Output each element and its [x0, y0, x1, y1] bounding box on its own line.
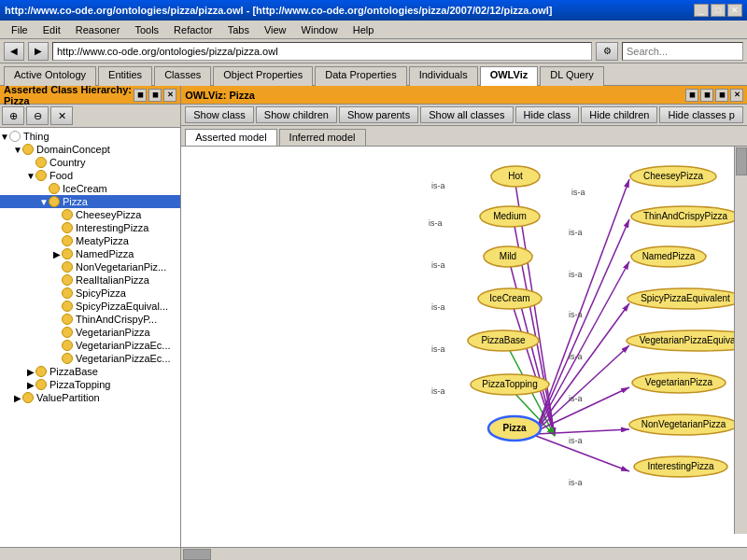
svg-line-16: [536, 219, 629, 431]
viz-btn-hide-children[interactable]: Hide children: [581, 106, 657, 123]
tree-toggle-thing[interactable]: ▼: [0, 132, 9, 142]
graph-hscroll[interactable]: [181, 547, 747, 560]
menu-item-view[interactable]: View: [257, 23, 294, 36]
tree-icon-nonvegetarianpizza: [62, 261, 73, 273]
bottom-scrollbar[interactable]: [0, 547, 180, 560]
tree-item-spicypizza[interactable]: SpicyPizza: [0, 287, 180, 300]
main-tab-individuals[interactable]: Individuals: [409, 66, 478, 86]
tree-item-domainconcept[interactable]: ▼DomainConcept: [0, 143, 180, 156]
svg-text:PizzaBase: PizzaBase: [482, 335, 527, 345]
menu-item-edit[interactable]: Edit: [35, 23, 68, 36]
svg-text:is-a: is-a: [569, 352, 583, 361]
viz-toolbar: Show classShow childrenShow parentsShow …: [181, 105, 747, 126]
viz-btn-show-parents[interactable]: Show parents: [339, 106, 418, 123]
close-button[interactable]: ✕: [727, 4, 742, 17]
tree-item-thing[interactable]: ▼Thing: [0, 130, 180, 143]
tree-icon-realitalianpizza: [62, 274, 73, 286]
main-tab-dl-query[interactable]: DL Query: [540, 66, 604, 86]
tree-icon-food: [35, 170, 47, 181]
menu-item-file[interactable]: File: [4, 23, 35, 36]
tree-toggle-namedpizza[interactable]: ▶: [52, 249, 62, 259]
tree-item-vegetarianpizza[interactable]: VegetarianPizza: [0, 326, 180, 339]
minimize-button[interactable]: _: [694, 4, 709, 17]
main-tab-object-properties[interactable]: Object Properties: [213, 66, 313, 86]
tree-item-spicypizzaequiv[interactable]: SpicyPizzaEquival...: [0, 300, 180, 313]
maximize-button[interactable]: □: [711, 4, 726, 17]
tree-item-realitalianpizza[interactable]: RealItalianPizza: [0, 273, 180, 287]
tree-toggle-pizza[interactable]: ▼: [39, 197, 49, 207]
menu-item-tabs[interactable]: Tabs: [220, 23, 257, 36]
panel-icon-2[interactable]: ◼: [148, 89, 162, 102]
svg-text:ThinAndCrispyPizza: ThinAndCrispyPizza: [643, 211, 727, 221]
forward-button[interactable]: ▶: [28, 42, 49, 61]
tree-label-nonvegetarianpizza: NonVegetarianPiz...: [76, 261, 166, 273]
left-panel: Asserted Class Hierarchy: Pizza ◼ ◼ ✕ ⊕ …: [0, 86, 181, 560]
tree-icon-spicypizza: [62, 287, 73, 299]
tree-item-namedpizza[interactable]: ▶NamedPizza: [0, 247, 180, 260]
tree-item-food[interactable]: ▼Food: [0, 169, 180, 182]
viz-btn-hide-class[interactable]: Hide class: [515, 106, 580, 123]
svg-text:SpicyPizzaEquivalent: SpicyPizzaEquivalent: [641, 293, 730, 303]
tree-item-nonvegetarianpizza[interactable]: NonVegetarianPiz...: [0, 260, 180, 273]
tree-label-thing: Thing: [23, 131, 49, 142]
panel-icon-3[interactable]: ✕: [163, 89, 176, 102]
viz-btn-show-class[interactable]: Show class: [185, 106, 254, 123]
toolbar-btn-1[interactable]: ⊕: [2, 106, 24, 125]
graph-vscroll[interactable]: [734, 147, 747, 534]
tree-toggle-pizzatopping[interactable]: ▶: [26, 380, 35, 390]
menu-item-window[interactable]: Window: [294, 23, 345, 36]
tree-toggle-food[interactable]: ▼: [26, 171, 35, 181]
tree-item-pizza[interactable]: ▼Pizza: [0, 195, 180, 208]
tree-icon-pizzabase: [35, 366, 47, 377]
tree-item-pizzatopping[interactable]: ▶PizzaTopping: [0, 378, 180, 391]
tree-item-vegetarianpizzaec2[interactable]: VegetarianPizzaEc...: [0, 352, 180, 365]
window-title: http://www.co-ode.org/ontologies/pizza/p…: [5, 5, 553, 16]
svg-text:is-a: is-a: [569, 270, 583, 279]
toolbar-btn-2[interactable]: ⊖: [26, 106, 49, 125]
main-tab-owlviz[interactable]: OWLViz: [480, 66, 539, 86]
menu-item-reasoner[interactable]: Reasoner: [68, 23, 128, 36]
main-tab-classes[interactable]: Classes: [154, 66, 211, 86]
tree-item-country[interactable]: Country: [0, 156, 180, 169]
tree-item-meatypizza[interactable]: MeatyPizza: [0, 234, 180, 247]
tree-item-interestingpizza[interactable]: InterestingPizza: [0, 221, 180, 234]
right-panel-icon-4[interactable]: ✕: [730, 89, 743, 102]
tree-item-pizzabase[interactable]: ▶PizzaBase: [0, 365, 180, 378]
panel-icons: ◼ ◼ ✕: [134, 89, 176, 102]
viz-tab-asserted-model[interactable]: Asserted model: [185, 129, 276, 146]
viz-tab-inferred-model[interactable]: Inferred model: [279, 129, 366, 146]
right-panel-icon-2[interactable]: ◼: [700, 89, 713, 102]
tree-icon-country: [35, 157, 47, 168]
tree-item-icecream[interactable]: IceCream: [0, 182, 180, 195]
tree-toggle-domainconcept[interactable]: ▼: [13, 145, 22, 155]
content-area: Asserted Class Hierarchy: Pizza ◼ ◼ ✕ ⊕ …: [0, 86, 747, 560]
tree-toggle-valuepartition[interactable]: ▶: [13, 393, 22, 403]
right-panel-icon-3[interactable]: ◼: [715, 89, 728, 102]
right-panel-icon-1[interactable]: ◼: [685, 89, 698, 102]
tree-item-cheeseypizza[interactable]: CheeseyPizza: [0, 208, 180, 221]
tree-label-vegetarianpizzaec2: VegetarianPizzaEc...: [76, 353, 171, 364]
menu-item-tools[interactable]: Tools: [127, 23, 166, 36]
panel-icon-1[interactable]: ◼: [134, 89, 147, 102]
go-button[interactable]: ⚙: [596, 42, 618, 61]
toolbar-btn-3[interactable]: ✕: [50, 106, 73, 125]
svg-line-22: [536, 436, 629, 471]
window-controls[interactable]: _ □ ✕: [694, 4, 742, 17]
tree-toggle-pizzabase[interactable]: ▶: [26, 367, 35, 377]
menu-item-refactor[interactable]: Refactor: [166, 23, 220, 36]
tree-item-valuepartition[interactable]: ▶ValuePartition: [0, 391, 180, 404]
svg-line-18: [536, 303, 629, 431]
viz-btn-show-all-classes[interactable]: Show all classes: [420, 106, 513, 123]
tree-item-vegetarianpizzaec1[interactable]: VegetarianPizzaEc...: [0, 339, 180, 352]
url-input[interactable]: [52, 42, 592, 61]
svg-text:is-a: is-a: [569, 478, 583, 487]
back-button[interactable]: ◀: [4, 42, 24, 61]
viz-tabs: Asserted modelInferred model: [181, 126, 747, 147]
menu-item-help[interactable]: Help: [345, 23, 382, 36]
main-tab-data-properties[interactable]: Data Properties: [315, 66, 406, 86]
viz-btn-hide-classes-p[interactable]: Hide classes p: [659, 106, 743, 123]
viz-btn-show-children[interactable]: Show children: [256, 106, 337, 123]
tree-item-thinandcrispypizza[interactable]: ThinAndCrispyP...: [0, 313, 180, 326]
search-input[interactable]: [622, 42, 743, 61]
svg-text:NonVegetarianPizza: NonVegetarianPizza: [641, 419, 726, 429]
